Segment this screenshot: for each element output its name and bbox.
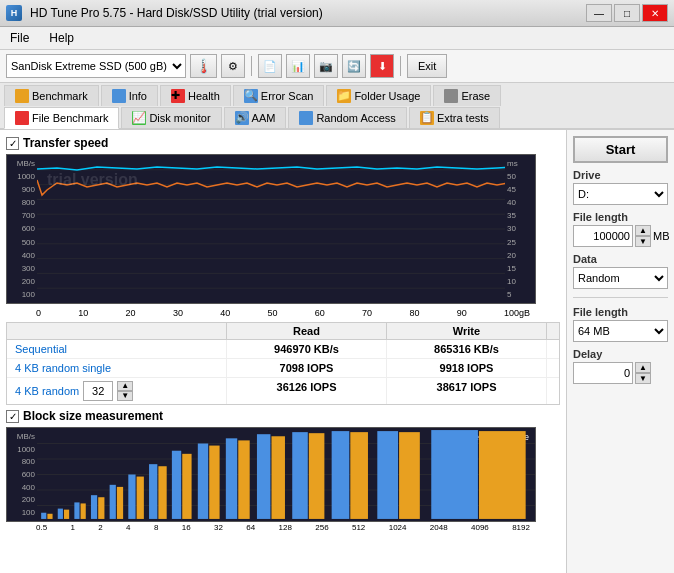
left-panel: Transfer speed MB/s 1000 900 800 700 600… bbox=[0, 130, 566, 573]
data-section: Data Random Sequential Zeros bbox=[573, 253, 668, 289]
block-chart: read write MB/s 1000 800 600 400 200 100 bbox=[6, 427, 536, 522]
block-section-header: Block size measurement bbox=[6, 409, 560, 423]
config-button[interactable]: ⚙ bbox=[221, 54, 245, 78]
file-length-bottom-select[interactable]: 64 MB 128 MB 256 MB bbox=[573, 320, 668, 342]
exit-button[interactable]: Exit bbox=[407, 54, 447, 78]
extra-tests-icon: 📋 bbox=[420, 111, 434, 125]
window-controls: — □ ✕ bbox=[586, 4, 668, 22]
delay-up-button[interactable]: ▲ bbox=[635, 362, 651, 373]
queue-down-button[interactable]: ▼ bbox=[117, 391, 133, 401]
start-button[interactable]: Start bbox=[573, 136, 668, 163]
tab-aam[interactable]: 🔊 AAM bbox=[224, 107, 287, 128]
svg-rect-27 bbox=[149, 464, 157, 519]
svg-rect-20 bbox=[81, 503, 86, 519]
transfer-title: Transfer speed bbox=[23, 136, 108, 150]
data-type-select[interactable]: Random Sequential Zeros bbox=[573, 267, 668, 289]
tab-extra-tests[interactable]: 📋 Extra tests bbox=[409, 107, 500, 128]
drive-selector[interactable]: SanDisk Extreme SSD (500 gB) bbox=[6, 54, 186, 78]
tab-error-scan[interactable]: 🔍 Error Scan bbox=[233, 85, 325, 106]
tab-health[interactable]: ✚ Health bbox=[160, 85, 231, 106]
svg-rect-18 bbox=[64, 510, 69, 519]
svg-text:trial version: trial version bbox=[47, 171, 138, 188]
drive-panel-select[interactable]: D: C: E: bbox=[573, 183, 668, 205]
delay-input[interactable] bbox=[573, 362, 633, 384]
aam-icon: 🔊 bbox=[235, 111, 249, 125]
svg-rect-26 bbox=[137, 477, 144, 519]
menu-help[interactable]: Help bbox=[43, 29, 80, 47]
app-icon: H bbox=[6, 5, 22, 21]
tab-file-benchmark[interactable]: File Benchmark bbox=[4, 107, 119, 129]
svg-rect-30 bbox=[182, 454, 191, 519]
svg-rect-28 bbox=[158, 466, 166, 519]
result-row-sequential: Sequential 946970 KB/s 865316 KB/s bbox=[7, 340, 559, 359]
svg-rect-19 bbox=[74, 502, 79, 519]
error-scan-icon: 🔍 bbox=[244, 89, 258, 103]
tab-random-access[interactable]: Random Access bbox=[288, 107, 406, 128]
toolbar-separator bbox=[251, 56, 252, 76]
tab-disk-monitor[interactable]: 📈 Disk monitor bbox=[121, 107, 221, 128]
file-length-up-button[interactable]: ▲ bbox=[635, 225, 651, 236]
queue-up-button[interactable]: ▲ bbox=[117, 381, 133, 391]
svg-rect-41 bbox=[377, 431, 398, 519]
svg-rect-21 bbox=[91, 495, 97, 519]
menu-file[interactable]: File bbox=[4, 29, 35, 47]
svg-rect-39 bbox=[332, 431, 350, 519]
close-button[interactable]: ✕ bbox=[642, 4, 668, 22]
nav-tabs: Benchmark Info ✚ Health 🔍 Error Scan 📁 F… bbox=[0, 83, 674, 130]
file-length-down-button[interactable]: ▼ bbox=[635, 236, 651, 247]
svg-rect-17 bbox=[58, 509, 63, 519]
svg-rect-33 bbox=[226, 438, 237, 519]
transfer-checkbox[interactable] bbox=[6, 137, 19, 150]
result-row-4kb-random: 4 KB random ▲ ▼ 36126 IOPS 38617 IOPS bbox=[7, 378, 559, 404]
delay-section: Delay ▲ ▼ bbox=[573, 348, 668, 384]
svg-rect-44 bbox=[479, 431, 526, 519]
maximize-button[interactable]: □ bbox=[614, 4, 640, 22]
info-icon bbox=[112, 89, 126, 103]
toolbar: SanDisk Extreme SSD (500 gB) 🌡️ ⚙ 📄 📊 📷 … bbox=[0, 50, 674, 83]
delay-down-button[interactable]: ▼ bbox=[635, 373, 651, 384]
right-panel: Start Drive D: C: E: File length ▲ ▼ MB bbox=[566, 130, 674, 573]
menu-bar: File Help bbox=[0, 27, 674, 50]
transfer-chart: MB/s 1000 900 800 700 600 500 400 300 20… bbox=[6, 154, 536, 304]
transfer-x-axis: 0 10 20 30 40 50 60 70 80 90 100gB bbox=[6, 308, 560, 318]
svg-rect-31 bbox=[198, 444, 208, 519]
queue-spinner: ▲ ▼ bbox=[117, 381, 133, 401]
file-length-input[interactable] bbox=[573, 225, 633, 247]
svg-rect-15 bbox=[41, 513, 46, 519]
svg-rect-34 bbox=[238, 440, 249, 519]
toolbar-btn-5[interactable]: ⬇ bbox=[370, 54, 394, 78]
tab-erase[interactable]: Erase bbox=[433, 85, 501, 106]
delay-spinner: ▲ ▼ bbox=[635, 362, 651, 384]
panel-divider bbox=[573, 297, 668, 298]
svg-rect-24 bbox=[117, 487, 123, 519]
title-text: HD Tune Pro 5.75 - Hard Disk/SSD Utility… bbox=[30, 6, 323, 20]
tab-folder-usage[interactable]: 📁 Folder Usage bbox=[326, 85, 431, 106]
delay-input-row: ▲ ▼ bbox=[573, 362, 668, 384]
block-title: Block size measurement bbox=[23, 409, 163, 423]
minimize-button[interactable]: — bbox=[586, 4, 612, 22]
block-checkbox[interactable] bbox=[6, 410, 19, 423]
toolbar-btn-1[interactable]: 📄 bbox=[258, 54, 282, 78]
temp-icon-button[interactable]: 🌡️ bbox=[190, 54, 217, 78]
benchmark-icon bbox=[15, 89, 29, 103]
block-x-axis: 0.5 1 2 4 8 16 32 64 128 256 512 1024 20… bbox=[6, 523, 560, 532]
tab-benchmark[interactable]: Benchmark bbox=[4, 85, 99, 106]
health-icon: ✚ bbox=[171, 89, 185, 103]
tab-info[interactable]: Info bbox=[101, 85, 158, 106]
main-content: Transfer speed MB/s 1000 900 800 700 600… bbox=[0, 130, 674, 573]
toolbar-btn-2[interactable]: 📊 bbox=[286, 54, 310, 78]
svg-rect-37 bbox=[292, 432, 308, 519]
svg-rect-32 bbox=[209, 446, 219, 519]
disk-monitor-icon: 📈 bbox=[132, 111, 146, 125]
toolbar-btn-3[interactable]: 📷 bbox=[314, 54, 338, 78]
y-label-left: MB/s bbox=[7, 159, 37, 168]
queue-depth-input[interactable] bbox=[83, 381, 113, 401]
toolbar-btn-4[interactable]: 🔄 bbox=[342, 54, 366, 78]
svg-rect-40 bbox=[350, 432, 368, 519]
transfer-chart-svg: trial version bbox=[37, 155, 505, 303]
svg-rect-35 bbox=[257, 434, 270, 519]
file-length-top-section: File length ▲ ▼ MB bbox=[573, 211, 668, 247]
results-header: Read Write bbox=[7, 323, 559, 340]
svg-rect-22 bbox=[98, 497, 104, 519]
file-length-spinner: ▲ ▼ bbox=[635, 225, 651, 247]
